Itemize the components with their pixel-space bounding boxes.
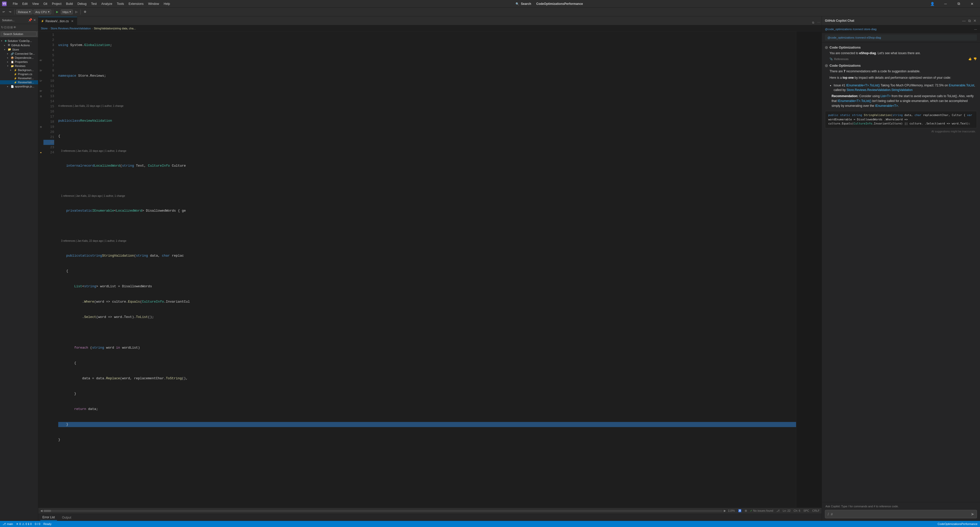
expand-all-icon[interactable]: ⊞ (10, 25, 13, 29)
horizontal-scrollbar[interactable] (43, 510, 723, 512)
toolbar-nav-back[interactable]: ↩ (1, 10, 6, 14)
encoding-info: SPC (803, 509, 809, 513)
collapse-all-icon[interactable]: ⊟ (7, 25, 10, 29)
recommendation-link2[interactable]: IEnumerable<T>.ToList() (837, 99, 871, 103)
tree-label-solution: Solution 'CodeOp... (8, 39, 32, 42)
run-target-dropdown[interactable]: https ▾ (61, 10, 73, 14)
menu-edit[interactable]: Edit (20, 1, 30, 6)
tree-item-background[interactable]: ▸ ⚡ Backgroun... (0, 68, 38, 72)
editor-menu-button[interactable]: ⋯ (816, 20, 822, 25)
status-bar: ⎇ main ✕ 0 ⚠ 0 ℹ 0 0 / 0 Ready CodeOptim… (0, 521, 980, 527)
recommendation-link1[interactable]: List<T> (880, 94, 891, 98)
copilot-minimize-icon[interactable]: — (962, 18, 966, 24)
output-tab[interactable]: Output (60, 515, 73, 521)
issues-indicator[interactable]: ✓ No issues found (750, 509, 773, 513)
zoom-level[interactable]: 119% (728, 509, 735, 513)
tree-item-github-actions[interactable]: ▸ ⚙ GitHub Actions (0, 43, 38, 47)
references-label[interactable]: References (834, 57, 848, 61)
menu-window[interactable]: Window (146, 1, 161, 6)
minimize-button[interactable]: ─ (940, 0, 951, 8)
copilot-slash-btn[interactable]: / (828, 512, 829, 516)
issue-link3[interactable]: Store.Reviews.ReviewValidation.StringVal… (846, 88, 913, 92)
menu-debug[interactable]: Debug (75, 1, 88, 6)
pin-icon[interactable]: 📌 (28, 18, 32, 22)
menu-git[interactable]: Git (41, 1, 49, 6)
preview-icon[interactable]: 👁 (13, 25, 16, 29)
configuration-dropdown[interactable]: Release ▾ (16, 10, 32, 14)
copilot-autocomplete-suggestion[interactable]: @code_optimizations /connect eShop-diag (822, 33, 980, 42)
menu-project[interactable]: Project (50, 1, 64, 6)
tree-item-connected[interactable]: ▸ 🔗 Connected Se... (0, 52, 38, 56)
title-bar: VS File Edit View Git Project Build Debu… (0, 0, 980, 8)
thumbsup-icon[interactable]: 👍 (968, 57, 972, 61)
sidebar-close-icon[interactable]: ✕ (33, 18, 36, 22)
toolbar-misc-btns[interactable]: ⚙ (82, 10, 88, 14)
search-label[interactable]: Search (521, 2, 531, 6)
recommendation-link3[interactable]: IEnumerable<T> (875, 104, 898, 108)
error-list-tab[interactable]: Error List (40, 514, 57, 521)
tree-item-appsettings[interactable]: ▸ 📄 appsettings.js... (0, 84, 38, 88)
solution-search-input[interactable] (2, 32, 37, 36)
status-cursor[interactable]: 0 / 0 (35, 522, 40, 525)
tab-close-button[interactable]: ✕ (70, 19, 74, 23)
tree-item-store[interactable]: ▾ 📁 Store (0, 47, 38, 52)
copilot-expand-icon[interactable]: ⧉ (968, 18, 971, 24)
copilot-text-input[interactable] (835, 513, 969, 516)
copilot-close-icon[interactable]: ✕ (973, 18, 977, 24)
toolbar-run2[interactable]: ▷ (74, 10, 79, 14)
breadcrumb-method[interactable]: StringValidation(string data, cha... (94, 27, 136, 30)
menu-extensions[interactable]: Extensions (126, 1, 146, 6)
issue-link2[interactable]: Enumerable.ToList (949, 84, 974, 87)
editor-split-button[interactable]: ⧉ (811, 20, 816, 25)
copilot-hash-btn[interactable]: # (831, 512, 833, 516)
tree-item-dependencies[interactable]: ▸ 📦 Dependencie... (0, 56, 38, 60)
breadcrumb-namespace[interactable]: Store.Reviews.ReviewValidation (51, 27, 91, 30)
menu-file[interactable]: File (11, 1, 20, 6)
tree-item-reviewhelper[interactable]: ⚡ ReviewHel... (0, 76, 38, 80)
close-button[interactable]: ✕ (966, 0, 978, 8)
scroll-right-btn[interactable]: ▶ (724, 509, 726, 513)
menu-tools[interactable]: Tools (115, 1, 126, 6)
status-app-name[interactable]: CodeOptimizationsPerformance (938, 522, 977, 525)
menu-help[interactable]: Help (162, 1, 172, 6)
col-info: Ch: 6 (794, 509, 800, 513)
issue-link1[interactable]: IEnumerable<T>.ToList() (846, 84, 880, 87)
scroll-left-btn[interactable]: ◀ (40, 509, 42, 513)
breadcrumb-store[interactable]: Store (41, 27, 48, 30)
gutter-11: 3r (38, 89, 43, 94)
filter-icon[interactable]: ⊡ (4, 25, 6, 29)
menu-view[interactable]: View (30, 1, 41, 6)
check-icon: ✓ (750, 509, 752, 512)
user-avatar[interactable]: 👤 (926, 0, 938, 8)
editor-tab-reviewvalidation[interactable]: ⚡ ReviewV...tion.cs ✕ (38, 17, 77, 25)
msg1-references[interactable]: 📎 References 👍 👎 (825, 57, 977, 61)
gutter-collapse11[interactable]: ⊟ (38, 94, 43, 99)
json-icon: 📄 (11, 85, 14, 88)
suggestion-text[interactable]: @code_optimizations /connect eShop-diag (825, 35, 977, 41)
solution-search-container (0, 31, 38, 38)
editor-scrollbar-area[interactable]: ◀ ▶ (40, 509, 726, 513)
menu-test[interactable]: Test (89, 1, 99, 6)
menu-analyze[interactable]: Analyze (99, 1, 115, 6)
toolbar-nav-forward[interactable]: ↪ (7, 10, 13, 14)
menu-build[interactable]: Build (64, 1, 75, 6)
tree-item-properties[interactable]: ▸ 📋 Properties (0, 60, 38, 64)
restore-button[interactable]: ⧉ (953, 0, 965, 8)
status-errors[interactable]: ✕ 0 ⚠ 0 ℹ 0 (16, 522, 32, 526)
tree-item-reviewvalidation[interactable]: ⚡ ReviewVali... (0, 80, 38, 84)
tree-item-reviews[interactable]: ▾ 📁 Reviews (0, 64, 38, 68)
tree-item-solution[interactable]: ▾ ◈ Solution 'CodeOp... (0, 38, 38, 43)
sync-icon[interactable]: ↻ (1, 25, 3, 29)
copilot-input-box[interactable]: / # ➤ (825, 510, 977, 518)
run-button[interactable]: ▶ (55, 10, 60, 14)
code-editor[interactable]: 4r 3r 1r 3r ⊟ ⊟ ● (38, 32, 822, 508)
platform-dropdown[interactable]: Any CPU ▾ (33, 10, 51, 14)
code-content[interactable]: using System.Globalization; namespace St… (56, 32, 796, 508)
tree-item-program[interactable]: ⚡ Program.cs (0, 72, 38, 76)
git-branch-icon: ⎇ (3, 522, 6, 526)
context-minimize-icon[interactable]: — (974, 28, 977, 31)
thumbsdown-icon[interactable]: 👎 (974, 57, 977, 61)
expand-arrow5: ▸ (7, 56, 11, 59)
status-git-branch[interactable]: ⎇ main (3, 522, 13, 526)
copilot-send-button[interactable]: ➤ (971, 512, 974, 516)
